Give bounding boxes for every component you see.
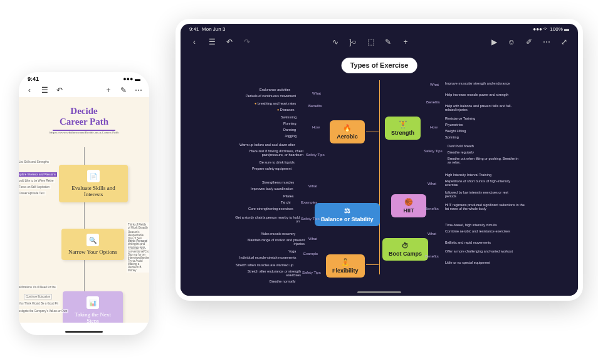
leaf[interactable]: Breathe out when lifting or pushing. Bre…	[448, 157, 523, 164]
leaf[interactable]: Have rest if having dizziness, chest pai…	[234, 149, 303, 157]
leaf[interactable]: Get a sturdy chair/a person nearby to ho…	[231, 216, 300, 223]
mini-leaf[interactable]: xplore Interests and Passions	[19, 172, 57, 177]
leaf[interactable]: Sprinting	[445, 135, 459, 139]
leaf[interactable]: Little or no special equipment	[445, 261, 490, 264]
back-icon[interactable]: ‹	[189, 37, 199, 47]
redo-icon[interactable]: ↷	[242, 37, 252, 47]
leaf[interactable]: Maintain range of motion and prevent inj…	[236, 238, 305, 246]
time: 9:41	[28, 76, 39, 82]
leaf[interactable]: Endurance activities	[260, 88, 290, 91]
leaf[interactable]: Stretch after endurance or strength exer…	[234, 269, 301, 277]
sublabel: Safety Tips	[302, 271, 321, 274]
dumbbell-icon: 🏋	[391, 120, 414, 128]
node-evaluate[interactable]: 📄 Evaluate Skills and Interests	[59, 165, 128, 202]
sublabel: Benefits	[308, 104, 322, 108]
mini-leaf[interactable]: List Skills and Strengths	[19, 160, 50, 164]
ball-icon: 🏀	[397, 198, 420, 206]
leaf[interactable]: Time-based, high intensity circuits	[445, 223, 497, 227]
branch-aerobic[interactable]: 🔥 Aerobic	[330, 120, 365, 143]
doc-icon: 📄	[87, 170, 100, 182]
leaf[interactable]: Improve muscular strength and endurance	[445, 81, 514, 85]
leaf[interactable]: Improves body coordination	[251, 187, 293, 190]
leaf[interactable]: Dancing	[283, 128, 296, 132]
branch-strength[interactable]: 🏋 Strength	[385, 117, 421, 140]
leaf[interactable]: Stretch when muscles are warmed up	[236, 263, 293, 267]
emoji-icon[interactable]: ☺	[506, 37, 517, 47]
sublabel: What	[312, 91, 321, 95]
leaf[interactable]: ● breathing and heart rates	[254, 101, 296, 105]
leaf[interactable]: Swimming	[281, 115, 296, 119]
leaf[interactable]: followed by low intensity exercises or r…	[445, 190, 520, 198]
root-node[interactable]: Types of Exercise	[342, 58, 417, 73]
mini-leaf[interactable]: Try to Avoid Making a Decision B Money	[127, 259, 149, 273]
mini-leaf[interactable]: estigate the Company's Values or Own	[19, 309, 68, 313]
node-next[interactable]: 📊 Taking the Next Steps	[63, 291, 123, 323]
leaf[interactable]: Jogging	[285, 134, 296, 138]
mini-leaf[interactable]: alifications You'll Need for the	[19, 285, 57, 289]
leaf[interactable]: Resistance Training	[445, 117, 475, 120]
mini-leaf[interactable]: You Think Would Be a Good Fit	[19, 301, 60, 306]
back-icon[interactable]: ‹	[25, 86, 34, 95]
leaf[interactable]: Tai chi	[281, 200, 291, 204]
leaf[interactable]: Weight Lifting	[445, 129, 466, 133]
leaf[interactable]: High Intensity Interval Training	[445, 173, 491, 177]
more-icon[interactable]: ⋯	[542, 37, 552, 47]
mini-leaf[interactable]: Think of Fields of Work Broadly	[127, 222, 149, 230]
leaf[interactable]: Repetitions of short bursts of high-inte…	[445, 179, 514, 187]
leaf[interactable]: Don't hold breath	[448, 144, 474, 148]
leaf[interactable]: Warm up before and cool down after	[239, 143, 295, 147]
note-icon[interactable]: ✎	[383, 37, 393, 47]
leaf[interactable]: Breathe regularly	[448, 150, 474, 154]
leaf[interactable]: Aides muscle recovery	[261, 232, 295, 236]
leaf[interactable]: Breathe normally	[270, 279, 296, 283]
undo-icon[interactable]: ↶	[55, 86, 64, 95]
leaf[interactable]: Help with balance and prevent falls and …	[445, 104, 520, 112]
leaf[interactable]: Ballistic and rapid movements	[445, 241, 491, 244]
sublabel: Examples	[301, 200, 317, 204]
mindmap-canvas[interactable]: Types of Exercise 🔥 Aerobic ⚖ Balance or…	[181, 51, 578, 296]
leaf[interactable]: ● Diseases	[277, 108, 294, 112]
leaf[interactable]: Help increase muscle power and strength	[445, 93, 514, 96]
style-icon[interactable]: ✎	[119, 86, 128, 95]
leaf[interactable]: Pilates	[283, 194, 294, 198]
outline-icon[interactable]: ☰	[207, 37, 217, 47]
leaf[interactable]: Be sure to drink liquids	[260, 160, 295, 164]
branch-hiit[interactable]: 🏀 HIIT	[391, 194, 426, 217]
leaf[interactable]: Individual muscle-stretch movements	[239, 256, 296, 259]
add-icon[interactable]: +	[401, 37, 411, 47]
outline-icon[interactable]: ☰	[40, 86, 49, 95]
style-icon[interactable]: ✐	[524, 37, 534, 47]
leaf[interactable]: Offer a more challenging and varied work…	[445, 249, 520, 253]
branch-bootcamps[interactable]: ⏱ Boot Camps	[382, 238, 428, 261]
leaf[interactable]: Periods of continuous movement	[246, 94, 296, 98]
root-node[interactable]: Decide Career Path https://www.wikihow.c…	[40, 106, 128, 134]
undo-icon[interactable]: ↶	[224, 37, 234, 47]
leaf[interactable]: Strengthens muscles	[262, 180, 294, 184]
mini-leaf[interactable]: Continue Education	[24, 294, 52, 299]
home-indicator	[65, 331, 103, 333]
branch-flexibility[interactable]: 🧘 Flexibility	[326, 254, 365, 278]
leaf[interactable]: Running	[283, 122, 296, 125]
leaf[interactable]: HIIT regimens produced significant reduc…	[445, 203, 527, 211]
leaf[interactable]: Combine aerobic and resistance exercises	[445, 229, 514, 233]
sublabel: Benefits	[426, 100, 440, 104]
boundary-icon[interactable]: }○	[348, 37, 358, 47]
leaf[interactable]: Core-strengthening exercises	[248, 207, 293, 211]
leaf[interactable]: Prepare safety equipment	[252, 167, 291, 170]
more-icon[interactable]: ⋯	[134, 86, 143, 95]
node-narrow[interactable]: 🔍 Narrow Your Options	[61, 229, 124, 260]
relation-icon[interactable]: ∿	[330, 37, 340, 47]
add-icon[interactable]: +	[104, 86, 113, 95]
leaf[interactable]: Plyometrics	[445, 123, 463, 127]
mini-leaf[interactable]: Focus on Self-Aspiration	[19, 185, 51, 189]
sublabel: Benefits	[425, 254, 439, 258]
mini-leaf[interactable]: ould Like to be When Retire	[19, 179, 55, 183]
mindmap-canvas[interactable]: Decide Career Path https://www.wikihow.c…	[19, 97, 149, 323]
sublabel: How	[430, 125, 438, 129]
summary-icon[interactable]: ⬚	[365, 37, 375, 47]
fullscreen-icon[interactable]: ⤢	[559, 37, 569, 47]
leaf[interactable]: Yoga	[288, 249, 296, 253]
play-icon[interactable]: ▶	[489, 37, 499, 47]
mini-leaf[interactable]: Career Aptitude Test	[19, 191, 46, 195]
steps-icon: 📊	[87, 296, 99, 309]
